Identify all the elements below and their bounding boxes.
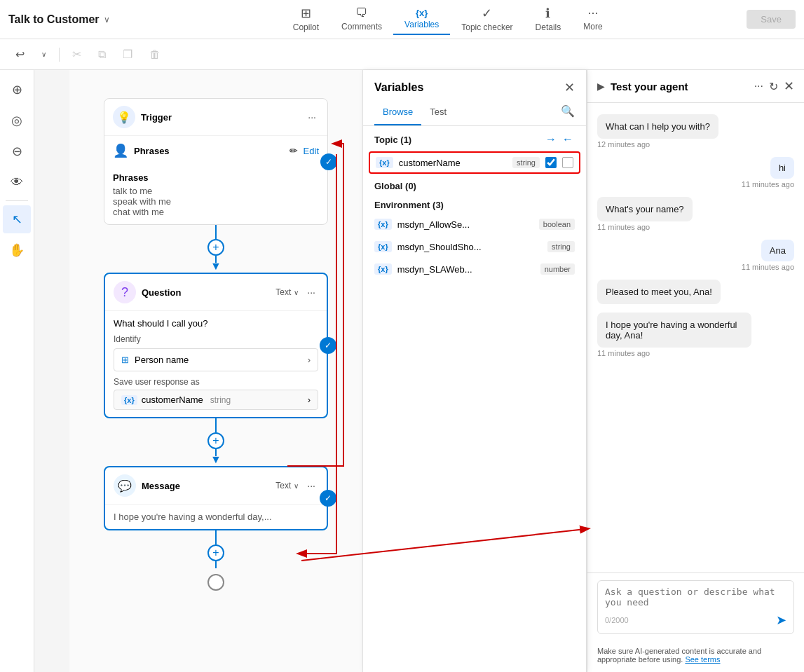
var-checkbox-empty[interactable] xyxy=(562,157,573,168)
edit-link[interactable]: Edit xyxy=(304,146,319,156)
nav-copilot-label: Copilot xyxy=(293,22,319,32)
var-x-icon: {x} xyxy=(376,157,393,168)
nav-details-label: Details xyxy=(536,22,561,32)
add-node-button-2[interactable]: + xyxy=(207,432,224,449)
question-icon: ? xyxy=(114,281,136,303)
copilot-icon: ⊞ xyxy=(301,6,311,21)
question-body: What should I call you? Identify ⊞ Perso… xyxy=(105,311,327,417)
toolbar: ↩ ∨ ✂ ⧉ ❐ 🗑 xyxy=(0,39,804,70)
chat-input[interactable] xyxy=(605,587,786,608)
agent-more-button[interactable]: ··· xyxy=(754,78,763,94)
paste-button[interactable]: ❐ xyxy=(118,45,137,64)
question-node: ? Question Text ∨ ··· What should I call… xyxy=(104,273,328,418)
chat-input-area: 0/2000 ➤ xyxy=(587,572,804,641)
nav-more[interactable]: ··· More xyxy=(572,1,613,37)
message-menu-button[interactable]: ··· xyxy=(304,479,318,493)
bot-time-4: 11 minutes ago xyxy=(597,349,650,357)
environment-section-header: Environment (3) xyxy=(374,200,575,210)
hand-button[interactable]: ✋ xyxy=(3,236,31,264)
identify-chevron-icon: › xyxy=(308,355,311,365)
see-terms-link[interactable]: See terms xyxy=(685,655,720,664)
text-chevron-icon[interactable]: ∨ xyxy=(294,289,299,296)
user-msg-1: hi xyxy=(770,157,794,179)
variables-icon: {x} xyxy=(416,8,428,18)
message-text-badge: Text ∨ xyxy=(275,481,299,491)
var-row-msdyn3: {x} msdyn_SLAWeb... number xyxy=(363,258,586,280)
trigger-body: Phrases talk to me speak with me chat wi… xyxy=(104,165,327,224)
bot-msg-3: Pleased to meet you, Ana! xyxy=(597,280,721,304)
agent-panel-close-button[interactable]: ✕ xyxy=(784,78,794,94)
topic-export-button[interactable]: ← xyxy=(561,132,575,147)
save-var-name: customerName xyxy=(142,395,203,405)
identify-label: Identify xyxy=(114,334,318,344)
save-button[interactable]: Save xyxy=(747,10,796,29)
chat-group-2: hi 11 minutes ago xyxy=(597,157,794,188)
connector-line-3 xyxy=(215,530,217,544)
save-as-chevron-icon: › xyxy=(308,395,311,405)
message-node: 💬 Message Text ∨ ··· I hope you're havin… xyxy=(104,466,328,530)
bot-msg-2: What's your name? xyxy=(597,197,693,221)
target-button[interactable]: ◎ xyxy=(3,107,31,135)
zoom-in-button[interactable]: ⊕ xyxy=(3,76,31,104)
text-badge: Text ∨ xyxy=(275,287,299,297)
top-bar-right: Save xyxy=(747,10,796,29)
nav-bar: ⊞ Copilot 🗨 Comments {x} Variables ✓ Top… xyxy=(154,1,741,38)
chat-group-5: Pleased to meet you, Ana! xyxy=(597,280,794,304)
comments-icon: 🗨 xyxy=(355,6,368,20)
eye-button[interactable]: 👁 xyxy=(3,168,31,196)
cursor-button[interactable]: ↖ xyxy=(3,205,31,233)
topic-import-button[interactable]: → xyxy=(544,132,558,147)
add-node-button-3[interactable]: + xyxy=(207,544,224,561)
env-var-icon-2: {x} xyxy=(374,241,392,252)
nav-comments[interactable]: 🗨 Comments xyxy=(330,1,393,37)
app-title: Talk to Customer xyxy=(8,13,100,26)
env-var-name-2: msdyn_ShouldSho... xyxy=(397,242,542,252)
user-time-1: 11 minutes ago xyxy=(742,180,794,188)
chat-send-button[interactable]: ➤ xyxy=(776,612,786,628)
text-label: Text xyxy=(275,287,291,297)
nav-more-label: More xyxy=(583,22,602,32)
identify-box[interactable]: ⊞ Person name › xyxy=(114,348,318,371)
nav-details[interactable]: ℹ Details xyxy=(524,1,573,38)
phrase-2: speak with me xyxy=(113,196,319,207)
char-count: 0/2000 xyxy=(605,616,629,624)
undo-chevron-button[interactable]: ∨ xyxy=(37,48,50,61)
toolbar-separator xyxy=(59,48,60,62)
nav-copilot[interactable]: ⊞ Copilot xyxy=(282,1,330,38)
search-button[interactable]: 🔍 xyxy=(561,102,575,125)
title-chevron[interactable]: ∨ xyxy=(104,15,110,25)
phrase-1: talk to me xyxy=(113,186,319,196)
top-bar: Talk to Customer ∨ ⊞ Copilot 🗨 Comments … xyxy=(0,0,804,39)
phrase-3: chat with me xyxy=(113,207,319,217)
nav-comments-label: Comments xyxy=(341,22,382,32)
panel-title: Variables xyxy=(374,81,423,94)
cut-button[interactable]: ✂ xyxy=(68,45,86,64)
trigger-menu-button[interactable]: ··· xyxy=(305,110,319,124)
panel-close-button[interactable]: ✕ xyxy=(564,80,575,95)
tab-test[interactable]: Test xyxy=(421,102,455,125)
tab-browse[interactable]: Browse xyxy=(374,102,421,125)
env-var-icon-1: {x} xyxy=(374,219,392,230)
agent-refresh-button[interactable]: ↻ xyxy=(769,78,778,94)
connector-line-3b xyxy=(215,561,217,568)
add-node-button-1[interactable]: + xyxy=(207,239,224,256)
nav-topic-checker[interactable]: ✓ Topic checker xyxy=(450,1,524,38)
chat-group-4: Ana 11 minutes ago xyxy=(597,240,794,271)
var-checkbox-checked[interactable] xyxy=(545,157,557,168)
global-section: Global (0) xyxy=(363,175,586,194)
copy-button[interactable]: ⧉ xyxy=(94,46,110,64)
canvas: 💡 Trigger ··· 👤 Phrases ✏ Edit Phrases t… xyxy=(69,70,362,672)
question-menu-button[interactable]: ··· xyxy=(304,285,318,299)
panel-tabs: Browse Test 🔍 xyxy=(363,95,586,126)
zoom-out-button[interactable]: ⊖ xyxy=(3,137,31,165)
main-area: ⊕ ◎ ⊖ 👁 ↖ ✋ 💡 Trigger ··· 👤 xyxy=(0,70,804,672)
env-var-type-1: boolean xyxy=(539,219,575,230)
message-text-chevron-icon[interactable]: ∨ xyxy=(294,482,299,490)
undo-button[interactable]: ↩ xyxy=(11,45,29,64)
delete-button[interactable]: 🗑 xyxy=(145,46,165,64)
trigger-check: ✓ xyxy=(320,153,337,170)
question-header: ? Question Text ∨ ··· xyxy=(105,274,327,311)
nav-variables[interactable]: {x} Variables xyxy=(393,4,450,35)
connector-arrow-2: ▼ xyxy=(210,453,222,466)
save-as-box[interactable]: {x} customerName string › xyxy=(114,390,318,410)
